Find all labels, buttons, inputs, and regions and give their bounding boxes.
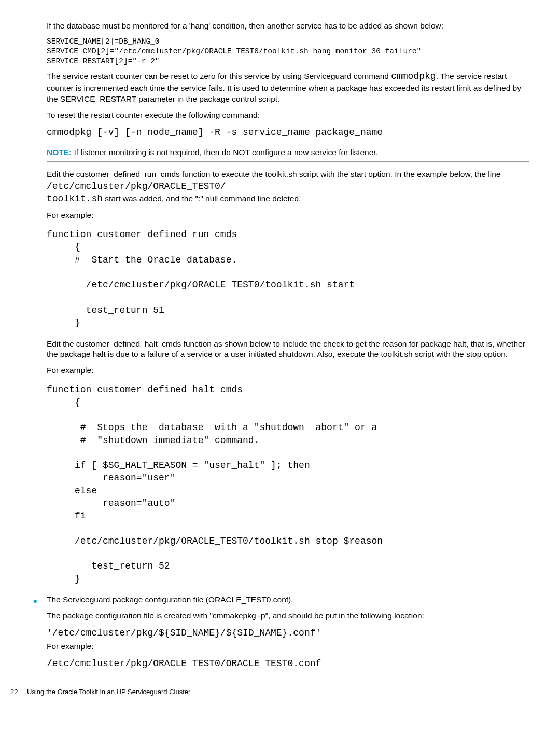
paragraph-edit-halt-cmds: Edit the customer_defined_halt_cmds func… (47, 339, 529, 361)
note-label: NOTE: (47, 148, 72, 157)
note-text-content: If listener monitoring is not required, … (74, 148, 378, 157)
text-segment: The service restart counter can be reset… (47, 72, 391, 80)
text-segment: Edit the customer_defined_run_cmds funct… (47, 170, 500, 178)
inline-code-cmmodpkg: cmmodpkg (391, 71, 436, 81)
footer-chapter-title: Using the Oracle Toolkit in an HP Servic… (27, 688, 190, 696)
paragraph-for-example-3: For example: (47, 641, 529, 652)
paragraph-intro-hang: If the database must be monitored for a … (47, 21, 529, 32)
paragraph-for-example-1: For example: (47, 210, 529, 221)
paragraph-config-location: The package configuration file is create… (47, 611, 529, 621)
inline-code-toolkit: toolkit.sh (47, 194, 103, 204)
code-service-hang: SERVICE_NAME[2]=DB_HANG_0 SERVICE_CMD[2]… (47, 37, 529, 66)
paragraph-edit-run-cmds: Edit the customer_defined_run_cmds funct… (47, 169, 529, 205)
code-config-path-example: /etc/cmcluster/pkg/ORACLE_TEST0/ORACLE_T… (47, 657, 529, 670)
paragraph-for-example-2: For example: (47, 365, 529, 376)
code-halt-cmds-function: function customer_defined_halt_cmds { # … (47, 383, 529, 585)
paragraph-reset-command-intro: To reset the restart counter execute the… (47, 110, 529, 121)
bullet-icon: • (33, 595, 37, 607)
code-cmmodpkg-command: cmmodpkg [-v] [-n node_name] -R -s servi… (47, 126, 529, 139)
bullet-text-config-file: The Serviceguard package configuration f… (47, 595, 529, 605)
paragraph-restart-counter: The service restart counter can be reset… (47, 70, 529, 104)
bullet-item-config-file: • The Serviceguard package configuration… (47, 595, 529, 672)
page-footer: 22 Using the Oracle Toolkit in an HP Ser… (10, 687, 529, 697)
text-segment: start was added, and the ":" null comman… (103, 194, 301, 203)
page-number: 22 (10, 687, 18, 697)
code-config-path-template: '/etc/cmcluster/pkg/${SID_NAME}/${SID_NA… (47, 627, 529, 639)
note-block: NOTE: If listener monitoring is not requ… (47, 144, 529, 162)
code-run-cmds-function: function customer_defined_run_cmds { # S… (47, 228, 529, 329)
inline-code-path: /etc/cmcluster/pkg/ORACLE_TEST0/ (47, 181, 226, 191)
